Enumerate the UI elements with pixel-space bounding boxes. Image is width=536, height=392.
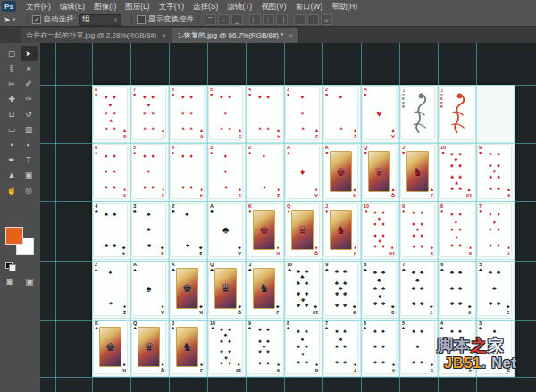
panel-collapse-icon[interactable]: ‥ [5, 32, 10, 40]
show-transform-label: 显示变换控件 [148, 14, 194, 25]
tool-preset-caret-icon[interactable]: ▼ [12, 17, 17, 22]
zoom-tool[interactable]: ◎ [21, 182, 38, 197]
card-corner-index: 9♠ [277, 363, 280, 372]
pip-clubs-icon: ♣ [335, 303, 339, 309]
menu-item[interactable]: 窗口(W) [291, 0, 328, 13]
pip-spades-icon: ♠ [335, 344, 338, 350]
pip-diamonds-icon: ♦ [300, 167, 306, 177]
distribute-widths-icon[interactable]: ⋯ [294, 14, 306, 25]
color-swatches [5, 227, 36, 257]
brush-tool[interactable]: ✑ [21, 91, 38, 106]
card-corner-index: 5♠ [402, 321, 405, 331]
crop-tool[interactable]: ✂ [4, 76, 21, 91]
sheet-cell: 5♣5♣♣♣♣♣♣ [476, 260, 515, 318]
pen-tool[interactable]: ✒ [4, 152, 21, 167]
card-corner-index: 9♦ [402, 204, 405, 214]
history-brush-tool[interactable]: ↺ [21, 106, 38, 121]
eyedropper-tool[interactable]: ✐ [21, 76, 38, 91]
move-tool-icon[interactable]: ➤ [4, 15, 11, 24]
menu-item[interactable]: 图层(L) [121, 0, 154, 13]
eraser-tool[interactable]: ▭ [4, 121, 21, 137]
distribute-heights-icon[interactable]: ⋮ [307, 14, 319, 25]
pip-spades-icon: ♠ [343, 329, 346, 335]
pip-hearts-icon: ♥ [497, 163, 500, 170]
playing-card-6-clubs: 6♣6♣♣♣♣♣♣♣ [439, 261, 473, 315]
face-card-glyph: ♛ [374, 165, 385, 179]
menu-item[interactable]: 图像(I) [89, 0, 121, 13]
align-top-edges-icon[interactable]: ▔ [205, 14, 216, 25]
tab-title: 1-恢复的.jpg @ 66.7%(RGB/8#) * [178, 30, 283, 40]
rect-marquee-tool[interactable]: ▢ [4, 46, 21, 61]
playing-card-Q-spades: Q♠Q♠♛ [131, 320, 166, 374]
align-bottom-edges-icon[interactable]: ▁ [231, 14, 243, 25]
pip-diamonds-icon: ♦ [489, 227, 491, 233]
menu-item[interactable]: 文字(Y) [155, 0, 188, 13]
document-tab-merged-poker[interactable]: 合并在一起的扑克.jpg @ 2.28%(RGB/8#) × [21, 28, 172, 43]
face-card-art: ♛ [291, 210, 314, 250]
clone-stamp-tool[interactable]: ⊔ [4, 106, 21, 121]
card-corner-index: A♦ [287, 146, 290, 155]
shape-tool[interactable]: ▣ [21, 167, 38, 182]
card-row: 8♥8♥♥♥♥♥♥♥♥♥7♥7♥♥♥♥♥♥♥♥6♥6♥♥♥♥♥♥♥5♥5♥♥♥♥… [92, 85, 515, 143]
pip-diamonds-icon: ♦ [263, 153, 265, 159]
dodge-tool[interactable]: ◐ [21, 137, 38, 152]
pip-hearts-icon: ♥ [489, 163, 492, 170]
playing-card-A-diamonds: A♦A♦♦ [285, 144, 320, 198]
sheet-cell: A♦A♦♦ [284, 143, 322, 201]
show-transform-checkbox[interactable] [137, 15, 146, 24]
pip-spades-icon: ♠ [339, 336, 342, 342]
card-corner-index: 9♦ [431, 246, 433, 255]
type-tool[interactable]: T [21, 152, 38, 167]
card-corner-index: Q♠ [133, 321, 137, 331]
healing-brush-tool[interactable]: ✚ [4, 91, 21, 106]
menu-item[interactable]: 编辑(E) [55, 0, 89, 13]
pip-clubs-icon: ♣ [373, 301, 377, 307]
sheet-cell: 7♦7♦♦♦♦♦♦♦♦ [476, 202, 515, 260]
lasso-tool[interactable]: § [4, 61, 21, 76]
card-pips: ♠ [138, 265, 159, 311]
pip-spades-icon: ♠ [412, 329, 415, 335]
align-right-edges-icon[interactable]: ▕ [276, 14, 288, 25]
menu-item[interactable]: 选择(S) [188, 0, 222, 13]
face-card-art: ♚ [99, 327, 121, 367]
blur-tool[interactable]: ◗ [4, 137, 21, 152]
sheet-cell: 2♣2♣♣♣ [169, 202, 207, 260]
screen-mode-icon[interactable]: ▣ [25, 277, 33, 287]
pip-clubs-icon: ♣ [343, 303, 347, 309]
path-selection-tool[interactable]: ▲ [4, 167, 21, 182]
close-tab-icon[interactable]: × [162, 31, 166, 39]
pip-spades-icon: ♠ [305, 329, 307, 335]
pip-hearts-icon: ♥ [301, 95, 305, 101]
default-colors-icon[interactable] [5, 262, 16, 271]
pip-spades-icon: ♠ [373, 359, 376, 365]
card-pips: ♣ [215, 207, 236, 253]
document-tab-restored[interactable]: 1-恢复的.jpg @ 66.7%(RGB/8#) * × [172, 28, 299, 43]
gradient-tool[interactable]: ▥ [21, 121, 38, 137]
pip-spades-icon: ♠ [301, 352, 304, 358]
menu-item[interactable]: 帮助(H) [327, 0, 362, 13]
foreground-color-swatch[interactable] [5, 227, 23, 245]
card-pips: ♦♦♦♦ [177, 148, 197, 194]
pip-hearts-icon: ♥ [497, 152, 500, 158]
menu-item[interactable]: 文件(F) [21, 0, 55, 13]
hand-tool[interactable]: ☝ [4, 182, 21, 197]
pip-diamonds-icon: ♦ [497, 243, 499, 249]
menu-item[interactable]: 滤镜(T) [222, 0, 256, 13]
align-horizontal-centers-icon[interactable]: │ [263, 14, 274, 25]
quick-mask-icon[interactable]: ◙ [6, 277, 12, 287]
auto-select-dropdown[interactable]: 组 ⇕ [79, 14, 121, 26]
card-corner-index: 5♥ [239, 129, 241, 138]
divider [131, 15, 132, 24]
pip-clubs-icon: ♣ [297, 303, 300, 309]
close-tab-icon[interactable]: × [289, 31, 293, 39]
align-left-edges-icon[interactable]: ▏ [249, 14, 261, 25]
auto-select-checkbox[interactable]: ✓ [32, 15, 41, 24]
guide-line [207, 43, 208, 392]
magic-wand-tool[interactable]: ✶ [21, 61, 38, 76]
sheet-cell: 9♥9♥♥♥♥♥♥♥♥♥♥ [476, 143, 515, 201]
move-tool[interactable]: ➤ [21, 46, 38, 61]
playing-card-9-clubs: 9♣9♣♣♣♣♣♣♣♣♣♣ [323, 261, 358, 315]
align-vertical-centers-icon[interactable]: ─ [218, 14, 230, 25]
auto-align-layers-icon[interactable]: ⊞ [321, 14, 332, 25]
menu-item[interactable]: 视图(V) [256, 0, 290, 13]
